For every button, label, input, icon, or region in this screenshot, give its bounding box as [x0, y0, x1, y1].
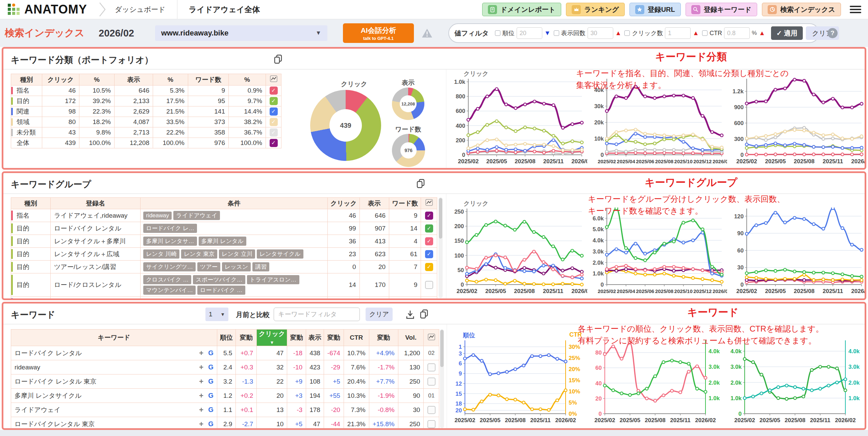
chart-toggle-checkbox[interactable]: ✓ [425, 237, 433, 245]
app-logo[interactable]: ANATOMY [0, 2, 87, 17]
svg-text:3.0k: 3.0k [709, 364, 720, 370]
annotation2-line2: キーワード数を確認できます。 [588, 205, 794, 217]
triangle-down-icon[interactable]: ▼ [544, 29, 551, 37]
add-keyword-icon[interactable]: + [199, 377, 203, 386]
chart-toggle-checkbox[interactable] [427, 378, 436, 386]
filter-checkbox[interactable] [624, 30, 630, 36]
copy-icon[interactable] [274, 54, 282, 66]
warning-icon[interactable] [421, 28, 433, 38]
google-link-icon[interactable]: G [208, 363, 214, 371]
filter-item-3: CTR%▲ [702, 27, 765, 39]
ctr-cell: 7.3% [344, 403, 369, 417]
filter-value-input[interactable] [588, 27, 613, 39]
value-cell: 14.4% [229, 106, 266, 117]
filter-value-input[interactable] [665, 27, 691, 39]
download-icon[interactable] [405, 310, 415, 321]
chart-toggle-checkbox[interactable] [427, 363, 436, 371]
google-link-icon[interactable]: G [208, 349, 214, 357]
s3-header-6[interactable]: 変動 [324, 330, 344, 346]
nav-button-label: 登録キーワード [704, 5, 751, 14]
s3-header-3[interactable]: クリック ▼ [257, 330, 287, 346]
value-cell: 95 [188, 96, 229, 106]
apply-button[interactable]: ✓ 適用 [771, 26, 803, 40]
breadcrumb[interactable]: ダッシュボード [115, 5, 166, 14]
section-keyword-groups: キーワードグループ 種別登録名条件クリック表示ワード数指名ライドアウェイ,rid… [2, 171, 866, 300]
filter-checkbox[interactable] [495, 30, 500, 36]
condition-tag: ローマ [273, 298, 296, 299]
keyword-filter-clear-button[interactable]: クリア [366, 308, 393, 321]
s3-header-8[interactable]: 変動 [369, 330, 398, 346]
triangle-up-icon[interactable]: ▲ [759, 29, 765, 37]
filter-checkbox[interactable] [554, 30, 559, 36]
svg-text:2025/10: 2025/10 [674, 288, 693, 294]
chart-toggle-checkbox[interactable]: ✓ [270, 118, 278, 126]
add-keyword-icon[interactable]: + [199, 420, 203, 429]
triangle-up-icon[interactable]: ▲ [693, 29, 699, 37]
chart-toggle-checkbox[interactable] [427, 406, 436, 414]
chart-toggle-checkbox[interactable] [427, 420, 436, 428]
value-cell: 358 [188, 127, 229, 138]
chart-toggle-checkbox[interactable]: ✓ [425, 224, 433, 233]
copy-icon[interactable] [416, 178, 425, 190]
donut-impressions-label: 表示 [392, 78, 424, 87]
s3-header-4[interactable]: 変動 [287, 330, 306, 346]
google-link-icon[interactable]: G [208, 378, 214, 385]
chart-axis-label: クリック [464, 70, 489, 78]
table-row: ロードバイク レンタル+G5.5+0.747-18438-67410.7%+4.… [11, 346, 439, 360]
filter-checkbox[interactable] [702, 30, 708, 36]
value-cell: 53 [389, 297, 421, 300]
filter-value-input[interactable] [517, 27, 542, 39]
nav-button-4[interactable]: 検索インデックス [762, 3, 841, 16]
chart-toggle-checkbox[interactable] [425, 299, 433, 300]
google-link-icon[interactable]: G [208, 420, 214, 428]
svg-text:2025/11: 2025/11 [530, 417, 551, 423]
nav-button-0[interactable]: ドメインレポート [482, 3, 561, 16]
add-keyword-icon[interactable]: + [199, 349, 203, 358]
period-label[interactable]: 2026/02 [99, 28, 134, 39]
help-icon[interactable]: ? [827, 28, 838, 38]
chart-toggle-checkbox[interactable]: ✓ [425, 212, 433, 220]
svg-text:2025/02: 2025/02 [594, 417, 615, 423]
svg-text:2026/02: 2026/02 [571, 158, 587, 165]
chart-toggle-checkbox[interactable]: ✓ [425, 250, 433, 258]
svg-text:1.0k: 1.0k [593, 270, 604, 277]
chart-toggle-checkbox[interactable]: ✓ [270, 139, 278, 147]
filter-bar: 検索インデックス 2026/02 www.rideaway.bike ▼ AI会… [0, 19, 868, 47]
menu-icon[interactable] [850, 4, 861, 15]
add-keyword-icon[interactable]: + [199, 406, 203, 414]
add-keyword-icon[interactable]: + [199, 363, 203, 372]
copy-icon[interactable] [420, 309, 428, 320]
chart-toggle-checkbox[interactable]: ✓ [270, 128, 278, 137]
chart-toggle-checkbox[interactable] [425, 281, 433, 289]
nav-button-3[interactable]: 登録キーワード [686, 3, 757, 16]
click-cell: 47 [257, 346, 287, 360]
add-keyword-icon[interactable]: + [199, 391, 203, 400]
category-cell: 目的 [11, 96, 42, 106]
nav-button-1[interactable]: ランキング [566, 3, 624, 16]
value-cell: 413 [359, 235, 389, 248]
s3-header-9[interactable]: Vol. [398, 330, 424, 346]
s3-header-5[interactable]: 表示 [306, 330, 324, 346]
table-scrollbar[interactable] [440, 329, 444, 428]
ai-analysis-button[interactable]: AI会話分析 talk to GPT-4.1 [343, 23, 414, 43]
svg-text:2025/02: 2025/02 [598, 288, 616, 294]
table-scrollbar[interactable] [439, 197, 443, 298]
google-link-icon[interactable]: G [208, 406, 214, 414]
chart-toggle-checkbox[interactable]: ✓ [270, 107, 278, 116]
filter-value-input[interactable] [724, 27, 750, 39]
s3-header-1[interactable]: 順位 [217, 330, 236, 346]
chart-toggle-checkbox[interactable]: ✓ [270, 87, 278, 95]
compare-period-select[interactable]: 1 ▼ [205, 308, 228, 321]
s3-header-7[interactable]: CTR [344, 330, 369, 346]
keyword-filter-input[interactable] [274, 308, 360, 321]
nav-button-2[interactable]: 登録URL [629, 3, 681, 16]
triangle-up-icon[interactable]: ▲ [615, 29, 622, 37]
s3-header-2[interactable]: 変動 [236, 330, 257, 346]
domain-select[interactable]: www.rideaway.bike ▼ [155, 25, 327, 41]
svg-text:15%: 15% [569, 377, 580, 384]
s3-header-0[interactable]: キーワード [11, 330, 217, 346]
chart-toggle-checkbox[interactable]: ✓ [270, 97, 278, 105]
chart-toggle-checkbox[interactable]: ✓ [425, 263, 433, 271]
ctr-cell: 7.6% [344, 360, 369, 374]
google-link-icon[interactable]: G [208, 392, 214, 399]
